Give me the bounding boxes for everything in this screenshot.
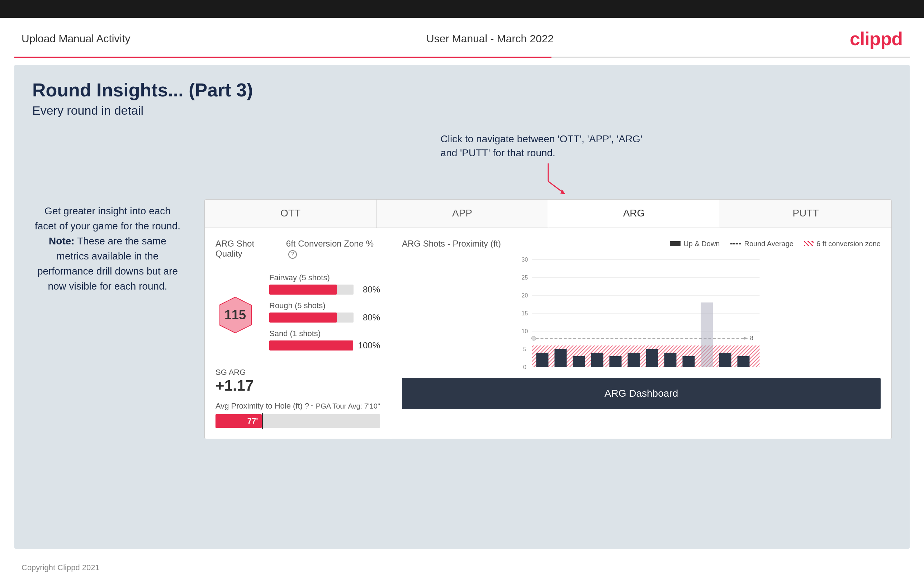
bar-pct-rough: 80% bbox=[359, 313, 380, 322]
left-description: Get greater insight into each facet of y… bbox=[32, 132, 183, 294]
pga-avg: ↑ PGA Tour Avg: 7'10" bbox=[310, 402, 380, 410]
bar-track-rough bbox=[269, 313, 354, 322]
hexagon-badge: 115 bbox=[215, 295, 255, 335]
chart-area: 0 5 10 15 20 25 30 bbox=[402, 256, 880, 371]
upload-manual-title: Upload Manual Activity bbox=[21, 32, 131, 45]
conversion-label: 6ft Conversion Zone % ? bbox=[286, 239, 380, 259]
svg-text:5: 5 bbox=[523, 346, 527, 352]
dashed-arrow bbox=[744, 337, 748, 340]
clippd-logo: clippd bbox=[850, 28, 903, 50]
proximity-bar-track: 77' bbox=[215, 414, 380, 428]
bar-fill-fairway bbox=[269, 285, 337, 295]
page-subtitle: Every round in detail bbox=[32, 103, 892, 118]
legend-round-avg-label: Round Average bbox=[744, 240, 793, 248]
svg-text:15: 15 bbox=[522, 310, 528, 316]
proximity-bar-wrapper: 77' bbox=[215, 414, 380, 428]
chart-bar-8 bbox=[664, 353, 677, 367]
chart-bar-2 bbox=[555, 349, 567, 367]
panel-body: ARG Shot Quality 6ft Conversion Zone % ? bbox=[205, 228, 892, 438]
chart-bar-11 bbox=[719, 353, 732, 367]
chart-legend: Up & Down Round Average 6 ft conversion … bbox=[670, 240, 880, 248]
arg-dashboard-button[interactable]: ARG Dashboard bbox=[402, 378, 880, 409]
footer: Copyright Clippd 2021 bbox=[0, 556, 924, 577]
chart-bar-6 bbox=[628, 353, 640, 367]
bar-row-fairway: Fairway (5 shots) 80% bbox=[269, 273, 380, 295]
svg-marker-2 bbox=[561, 189, 565, 194]
bar-wrapper-fairway: 80% bbox=[269, 285, 380, 295]
annotation-arrow bbox=[527, 160, 570, 196]
svg-text:10: 10 bbox=[522, 328, 528, 334]
copyright-text: Copyright Clippd 2021 bbox=[21, 563, 100, 572]
legend-up-down-label: Up & Down bbox=[683, 240, 720, 248]
tab-app[interactable]: APP bbox=[376, 200, 548, 227]
tab-arg[interactable]: ARG bbox=[548, 200, 720, 227]
chart-header: ARG Shots - Proximity (ft) Up & Down Rou… bbox=[402, 239, 880, 249]
bar-fill-sand bbox=[269, 340, 353, 350]
header-divider bbox=[15, 56, 909, 58]
arg-shot-quality-title: ARG Shot Quality bbox=[215, 239, 279, 259]
proximity-header: Avg Proximity to Hole (ft) ? ↑ PGA Tour … bbox=[215, 401, 380, 411]
right-panel: ARG Shots - Proximity (ft) Up & Down Rou… bbox=[391, 228, 892, 438]
legend-round-avg: Round Average bbox=[730, 240, 793, 248]
left-panel: ARG Shot Quality 6ft Conversion Zone % ? bbox=[205, 228, 391, 438]
legend-dashed-icon bbox=[730, 243, 741, 244]
bar-pct-sand: 100% bbox=[358, 340, 380, 350]
content-layout: Get greater insight into each facet of y… bbox=[32, 132, 892, 439]
shot-quality-bars: Fairway (5 shots) 80% Rou bbox=[269, 273, 380, 357]
bar-wrapper-rough: 80% bbox=[269, 313, 380, 322]
chart-title: ARG Shots - Proximity (ft) bbox=[402, 239, 501, 249]
sg-label: SG ARG bbox=[215, 368, 380, 377]
chart-bar-5 bbox=[609, 356, 622, 367]
annotation-text: Click to navigate between 'OTT', 'APP', … bbox=[441, 132, 656, 160]
note-label: Note: bbox=[49, 235, 74, 247]
dash-line-label: 8 bbox=[750, 335, 753, 341]
chart-bar-1 bbox=[536, 353, 549, 367]
svg-line-1 bbox=[548, 181, 562, 192]
chart-bar-4 bbox=[591, 353, 603, 367]
hexagon-number: 115 bbox=[225, 308, 246, 322]
proximity-title: Avg Proximity to Hole (ft) ? bbox=[215, 401, 309, 411]
bar-row-rough: Rough (5 shots) 80% bbox=[269, 301, 380, 322]
dashed-line-start-dot bbox=[532, 336, 536, 340]
svg-text:0: 0 bbox=[523, 364, 527, 370]
description-text: Get greater insight into each facet of y… bbox=[32, 203, 183, 294]
bar-track-fairway bbox=[269, 285, 354, 295]
bar-track-sand bbox=[269, 340, 353, 350]
info-icon[interactable]: ? bbox=[288, 250, 297, 259]
bar-wrapper-sand: 100% bbox=[269, 340, 380, 350]
proximity-bar-fill: 77' bbox=[215, 414, 262, 428]
bar-fill-rough bbox=[269, 313, 337, 322]
proximity-info-icon[interactable]: ? bbox=[305, 401, 309, 410]
dashboard-panel: OTT APP ARG PUTT bbox=[204, 199, 892, 439]
legend-solid-icon bbox=[670, 241, 680, 246]
svg-text:25: 25 bbox=[522, 274, 528, 280]
bar-row-sand: Sand (1 shots) 100% bbox=[269, 329, 380, 350]
chart-bar-9 bbox=[683, 356, 695, 367]
chart-bar-3 bbox=[573, 356, 585, 367]
chart-bar-10-tall bbox=[701, 303, 713, 367]
proximity-section: Avg Proximity to Hole (ft) ? ↑ PGA Tour … bbox=[215, 401, 380, 428]
bar-label-fairway: Fairway (5 shots) bbox=[269, 273, 380, 282]
right-section: Click to navigate between 'OTT', 'APP', … bbox=[204, 132, 892, 439]
proximity-cursor bbox=[262, 413, 263, 429]
user-manual-date: User Manual - March 2022 bbox=[426, 32, 554, 45]
legend-6ft-zone: 6 ft conversion zone bbox=[804, 240, 880, 248]
hexagon-container: 115 Fairway (5 shots) bbox=[215, 273, 380, 357]
legend-6ft-label: 6 ft conversion zone bbox=[816, 240, 880, 248]
tab-putt[interactable]: PUTT bbox=[720, 200, 892, 227]
bar-label-sand: Sand (1 shots) bbox=[269, 329, 380, 338]
legend-hatched-icon bbox=[804, 241, 814, 246]
sg-section: SG ARG +1.17 bbox=[215, 368, 380, 394]
legend-up-down: Up & Down bbox=[670, 240, 720, 248]
tab-ott[interactable]: OTT bbox=[205, 200, 376, 227]
main-content: Round Insights... (Part 3) Every round i… bbox=[15, 65, 909, 549]
top-bar bbox=[0, 0, 924, 18]
page-title: Round Insights... (Part 3) bbox=[32, 79, 892, 101]
svg-text:30: 30 bbox=[522, 256, 528, 263]
svg-text:20: 20 bbox=[522, 292, 528, 298]
sg-value: +1.17 bbox=[215, 377, 380, 394]
annotation-area: Click to navigate between 'OTT', 'APP', … bbox=[204, 132, 892, 196]
arg-chart-svg: 0 5 10 15 20 25 30 bbox=[402, 256, 880, 371]
bar-pct-fairway: 80% bbox=[359, 285, 380, 295]
proximity-bar-value: 77' bbox=[247, 416, 258, 426]
